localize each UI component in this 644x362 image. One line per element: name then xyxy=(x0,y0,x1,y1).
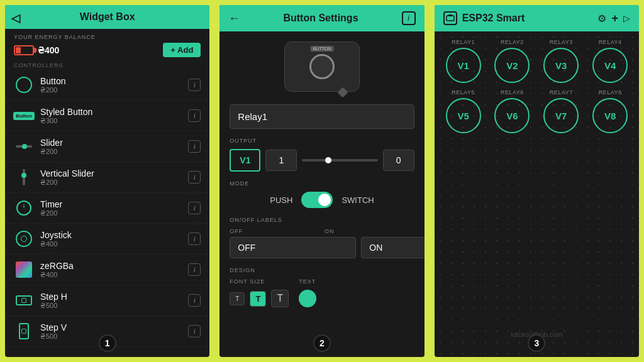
energy-section: YOUR ENERGY BALANCE ₴400 + Add xyxy=(5,29,209,60)
zergba-icon xyxy=(16,261,32,278)
widget-icon-button xyxy=(14,75,34,95)
widget-cost-vslider: ₴200 xyxy=(40,178,188,187)
widget-info-btn-steph[interactable]: i xyxy=(188,294,201,307)
widget-item-slider[interactable]: Slider ₴200 i xyxy=(5,131,209,162)
controllers-label: CONTROLLERS xyxy=(5,60,209,70)
relay7-button[interactable]: V7 xyxy=(543,98,579,133)
onoff-inputs xyxy=(230,237,414,258)
widget-name-slider: Slider xyxy=(40,138,188,148)
relay8-label: RELAY8 xyxy=(599,89,622,96)
stepv-inner-icon xyxy=(21,329,26,334)
output-val2: 0 xyxy=(383,150,414,171)
font-small-button[interactable]: T xyxy=(230,292,245,305)
switch-label: SWITCH xyxy=(341,195,374,205)
mode-row: PUSH SWITCH xyxy=(230,192,414,208)
relay3-label: RELAY3 xyxy=(550,39,573,45)
relay1-button[interactable]: V1 xyxy=(446,48,481,83)
panel2-number: 2 xyxy=(313,334,331,352)
widget-item-timer[interactable]: Timer ₴200 i xyxy=(5,193,209,224)
widget-info-button: Button ₴200 xyxy=(40,76,188,94)
widget-icon-zergba xyxy=(14,260,34,280)
font-medium-button[interactable]: T xyxy=(250,291,266,307)
relay1-text: V1 xyxy=(457,60,469,71)
widget-icon-steph xyxy=(14,290,34,310)
text-label: TEXT xyxy=(299,278,316,285)
onoff-sub-labels: OFF ON xyxy=(230,228,414,234)
relay-name-input[interactable] xyxy=(230,104,414,129)
widget-icon-timer xyxy=(14,198,34,218)
relay-item-v4: RELAY4 V4 xyxy=(589,39,631,83)
relay-item-v2: RELAY2 V2 xyxy=(491,39,533,83)
panel2-body: BUTTON OUTPUT V1 1 0 MODE PUSH SWITCH xyxy=(219,31,424,357)
play-button[interactable]: ▷ xyxy=(623,13,630,23)
off-sublabel: OFF xyxy=(230,228,319,234)
widget-info-btn-timer[interactable]: i xyxy=(188,202,201,214)
relay6-button[interactable]: V6 xyxy=(494,98,530,133)
widget-item-styled-button[interactable]: Button Styled Button ₴300 i xyxy=(5,101,209,131)
panel2-info-icon[interactable]: i xyxy=(402,11,416,25)
widget-icon-vslider xyxy=(14,167,34,187)
relay3-button[interactable]: V3 xyxy=(543,48,579,83)
widget-item-zergba[interactable]: zeRGBa ₴400 i xyxy=(5,255,209,285)
output-val1: 1 xyxy=(265,150,297,171)
widget-info-btn-vslider[interactable]: i xyxy=(188,171,201,184)
widget-icon-stepv xyxy=(14,321,34,341)
widget-info-btn-styled-button[interactable]: i xyxy=(188,109,201,122)
panel-button-settings: ← Button Settings i BUTTON OUTPUT V1 1 0… xyxy=(219,5,424,357)
font-row: T T T xyxy=(230,290,289,307)
settings-gear-icon[interactable]: ⚙ xyxy=(597,13,606,25)
output-pin-button[interactable]: V1 xyxy=(230,149,260,172)
add-button[interactable]: + Add xyxy=(163,43,201,57)
relay5-button[interactable]: V5 xyxy=(446,98,481,133)
relay2-button[interactable]: V2 xyxy=(494,48,530,83)
relay3-text: V3 xyxy=(555,60,567,71)
widget-info-btn-stepv[interactable]: i xyxy=(188,325,201,337)
widget-name-styled-button: Styled Button xyxy=(40,107,188,117)
energy-value: ₴400 xyxy=(38,45,59,55)
widget-icon-joystick xyxy=(14,229,34,249)
widget-cost-slider: ₴200 xyxy=(40,148,188,156)
panel2-back-icon[interactable]: ← xyxy=(228,12,240,25)
widget-info-joystick: Joystick ₴400 xyxy=(40,230,188,248)
widget-info-timer: Timer ₴200 xyxy=(40,199,188,217)
mode-toggle[interactable] xyxy=(301,192,333,208)
relay-item-v3: RELAY3 V3 xyxy=(540,39,582,83)
relay7-text: V7 xyxy=(555,111,567,121)
joystick-inner-icon xyxy=(21,236,27,242)
widget-item-joystick[interactable]: Joystick ₴400 i xyxy=(5,224,209,255)
widget-item-steph[interactable]: Step H ₴500 i xyxy=(5,285,209,316)
widget-info-btn-zergba[interactable]: i xyxy=(188,263,201,276)
font-size-label: FONT SIZE xyxy=(230,278,289,285)
output-slider-thumb xyxy=(325,157,331,163)
vslider-icon xyxy=(23,169,25,185)
relay7-label: RELAY7 xyxy=(550,89,573,96)
output-slider[interactable] xyxy=(302,159,377,162)
widget-name-vslider: Vertical Slider xyxy=(40,168,188,178)
color-picker[interactable] xyxy=(299,290,316,307)
relay4-button[interactable]: V4 xyxy=(592,48,628,83)
panel1-back-icon[interactable]: ◁ xyxy=(11,11,20,25)
add-widget-button[interactable]: + xyxy=(611,12,618,25)
relay-item-v7: RELAY7 V7 xyxy=(540,89,582,133)
widget-info-btn-slider[interactable]: i xyxy=(188,140,201,153)
off-input[interactable] xyxy=(230,237,356,258)
output-label: OUTPUT xyxy=(230,138,414,144)
panel1-title: Widget Box xyxy=(80,11,135,22)
widget-info-zergba: zeRGBa ₴400 xyxy=(40,261,188,279)
font-large-button[interactable]: T xyxy=(271,290,289,307)
relay4-text: V4 xyxy=(604,60,616,71)
relay-grid-row2: RELAY5 V5 RELAY6 V6 RELAY7 V7 RELAY8 xyxy=(442,89,631,133)
widget-list: Button ₴200 i Button Styled Button ₴300 … xyxy=(5,70,209,357)
relay6-label: RELAY6 xyxy=(501,89,524,96)
widget-item-button[interactable]: Button ₴200 i xyxy=(5,70,209,101)
battery-fill xyxy=(16,47,21,53)
widget-name-stepv: Step V xyxy=(40,322,188,332)
panel2-title: Button Settings xyxy=(246,13,395,24)
widget-info-slider: Slider ₴200 xyxy=(40,138,188,156)
widget-info-btn-button[interactable]: i xyxy=(188,79,201,91)
widget-item-vslider[interactable]: Vertical Slider ₴200 i xyxy=(5,162,209,193)
design-label: DESIGN xyxy=(230,267,414,273)
relay8-button[interactable]: V8 xyxy=(592,98,628,133)
widget-info-btn-joystick[interactable]: i xyxy=(188,233,201,245)
on-input[interactable] xyxy=(361,237,424,258)
